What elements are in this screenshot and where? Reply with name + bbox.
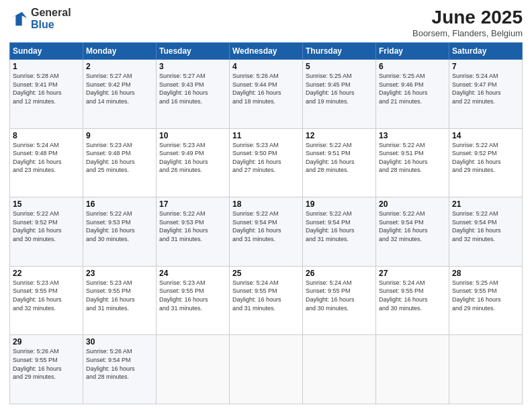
day-number: 14: [452, 131, 519, 140]
day-number: 1: [13, 62, 80, 71]
day-cell: 10Sunrise: 5:23 AM Sunset: 9:49 PM Dayli…: [157, 128, 230, 197]
day-info: Sunrise: 5:26 AM Sunset: 9:55 PM Dayligh…: [13, 347, 80, 381]
day-cell: 26Sunrise: 5:24 AM Sunset: 9:55 PM Dayli…: [303, 266, 376, 335]
day-info: Sunrise: 5:23 AM Sunset: 9:55 PM Dayligh…: [13, 279, 80, 312]
day-number: 6: [379, 62, 446, 71]
logo-general-text: General: [31, 7, 71, 19]
day-info: Sunrise: 5:24 AM Sunset: 9:48 PM Dayligh…: [13, 141, 80, 175]
day-cell: 17Sunrise: 5:22 AM Sunset: 9:53 PM Dayli…: [157, 197, 230, 267]
week-row-2: 8Sunrise: 5:24 AM Sunset: 9:48 PM Daylig…: [10, 128, 523, 197]
day-number: 28: [452, 269, 519, 278]
day-number: 20: [379, 199, 446, 209]
day-cell: 16Sunrise: 5:22 AM Sunset: 9:53 PM Dayli…: [83, 197, 157, 267]
logo-text: General Blue: [31, 7, 71, 30]
day-number: 10: [159, 131, 226, 140]
day-cell: 4Sunrise: 5:26 AM Sunset: 9:44 PM Daylig…: [230, 60, 303, 129]
day-info: Sunrise: 5:22 AM Sunset: 9:54 PM Dayligh…: [232, 210, 300, 243]
day-info: Sunrise: 5:22 AM Sunset: 9:53 PM Dayligh…: [86, 210, 153, 243]
day-number: 23: [86, 269, 153, 278]
day-number: 11: [232, 131, 300, 140]
day-number: 24: [159, 269, 226, 278]
day-number: 12: [306, 131, 373, 140]
title-block: June 2025 Boorsem, Flanders, Belgium: [412, 7, 523, 38]
day-info: Sunrise: 5:23 AM Sunset: 9:55 PM Dayligh…: [159, 279, 226, 312]
day-cell: 30Sunrise: 5:26 AM Sunset: 9:54 PM Dayli…: [83, 335, 157, 404]
day-info: Sunrise: 5:28 AM Sunset: 9:41 PM Dayligh…: [13, 72, 80, 105]
day-number: 9: [86, 131, 153, 140]
day-cell: 9Sunrise: 5:23 AM Sunset: 9:48 PM Daylig…: [83, 128, 157, 197]
day-info: Sunrise: 5:24 AM Sunset: 9:47 PM Dayligh…: [452, 72, 519, 105]
day-number: 5: [306, 62, 373, 71]
day-number: 19: [306, 199, 373, 209]
day-cell: 1Sunrise: 5:28 AM Sunset: 9:41 PM Daylig…: [10, 60, 83, 129]
day-cell: 3Sunrise: 5:27 AM Sunset: 9:43 PM Daylig…: [157, 60, 230, 129]
day-cell: 24Sunrise: 5:23 AM Sunset: 9:55 PM Dayli…: [157, 266, 230, 335]
day-cell: 21Sunrise: 5:22 AM Sunset: 9:54 PM Dayli…: [449, 197, 523, 267]
day-number: 26: [306, 269, 373, 278]
week-row-1: 1Sunrise: 5:28 AM Sunset: 9:41 PM Daylig…: [10, 60, 523, 129]
day-cell: 8Sunrise: 5:24 AM Sunset: 9:48 PM Daylig…: [10, 128, 83, 197]
day-cell: 20Sunrise: 5:22 AM Sunset: 9:54 PM Dayli…: [376, 197, 449, 267]
day-cell: 14Sunrise: 5:22 AM Sunset: 9:52 PM Dayli…: [449, 128, 523, 197]
logo-blue-text: Blue: [31, 19, 71, 31]
day-number: 3: [159, 62, 226, 71]
day-info: Sunrise: 5:22 AM Sunset: 9:54 PM Dayligh…: [379, 210, 446, 243]
day-cell: 11Sunrise: 5:23 AM Sunset: 9:50 PM Dayli…: [230, 128, 303, 197]
header-row: Sunday Monday Tuesday Wednesday Thursday…: [10, 43, 523, 60]
day-cell: 13Sunrise: 5:22 AM Sunset: 9:51 PM Dayli…: [376, 128, 449, 197]
day-info: Sunrise: 5:22 AM Sunset: 9:54 PM Dayligh…: [452, 210, 519, 243]
day-info: Sunrise: 5:25 AM Sunset: 9:45 PM Dayligh…: [306, 72, 373, 105]
calendar-table: Sunday Monday Tuesday Wednesday Thursday…: [9, 42, 523, 404]
day-cell: [376, 335, 449, 404]
day-info: Sunrise: 5:27 AM Sunset: 9:43 PM Dayligh…: [159, 72, 226, 105]
day-info: Sunrise: 5:22 AM Sunset: 9:52 PM Dayligh…: [13, 210, 80, 243]
day-cell: 12Sunrise: 5:22 AM Sunset: 9:51 PM Dayli…: [303, 128, 376, 197]
day-info: Sunrise: 5:22 AM Sunset: 9:51 PM Dayligh…: [306, 141, 373, 175]
day-cell: [157, 335, 230, 404]
main-title: June 2025: [412, 7, 523, 28]
day-cell: 27Sunrise: 5:24 AM Sunset: 9:55 PM Dayli…: [376, 266, 449, 335]
day-number: 21: [452, 199, 519, 209]
day-number: 22: [13, 269, 80, 278]
day-cell: 7Sunrise: 5:24 AM Sunset: 9:47 PM Daylig…: [449, 60, 523, 129]
svg-marker-0: [11, 11, 27, 26]
col-sunday: Sunday: [10, 43, 83, 60]
day-cell: 2Sunrise: 5:27 AM Sunset: 9:42 PM Daylig…: [83, 60, 157, 129]
day-number: 30: [86, 337, 153, 347]
day-number: 7: [452, 62, 519, 71]
col-wednesday: Wednesday: [230, 43, 303, 60]
day-number: 18: [232, 199, 300, 209]
day-info: Sunrise: 5:27 AM Sunset: 9:42 PM Dayligh…: [86, 72, 153, 105]
week-row-5: 29Sunrise: 5:26 AM Sunset: 9:55 PM Dayli…: [10, 335, 523, 404]
header: General Blue June 2025 Boorsem, Flanders…: [9, 7, 523, 38]
week-row-4: 22Sunrise: 5:23 AM Sunset: 9:55 PM Dayli…: [10, 266, 523, 335]
day-info: Sunrise: 5:22 AM Sunset: 9:52 PM Dayligh…: [452, 141, 519, 175]
day-cell: 18Sunrise: 5:22 AM Sunset: 9:54 PM Dayli…: [230, 197, 303, 267]
day-number: 2: [86, 62, 153, 71]
day-cell: [230, 335, 303, 404]
day-cell: [449, 335, 523, 404]
week-row-3: 15Sunrise: 5:22 AM Sunset: 9:52 PM Dayli…: [10, 197, 523, 267]
page: General Blue June 2025 Boorsem, Flanders…: [0, 0, 532, 411]
col-tuesday: Tuesday: [157, 43, 230, 60]
day-info: Sunrise: 5:23 AM Sunset: 9:48 PM Dayligh…: [86, 141, 153, 175]
col-monday: Monday: [83, 43, 157, 60]
day-info: Sunrise: 5:23 AM Sunset: 9:49 PM Dayligh…: [159, 141, 226, 175]
day-cell: 23Sunrise: 5:23 AM Sunset: 9:55 PM Dayli…: [83, 266, 157, 335]
day-number: 16: [86, 199, 153, 209]
day-cell: 22Sunrise: 5:23 AM Sunset: 9:55 PM Dayli…: [10, 266, 83, 335]
day-info: Sunrise: 5:24 AM Sunset: 9:55 PM Dayligh…: [232, 279, 300, 312]
day-info: Sunrise: 5:25 AM Sunset: 9:46 PM Dayligh…: [379, 72, 446, 105]
day-number: 29: [13, 337, 80, 347]
day-cell: 29Sunrise: 5:26 AM Sunset: 9:55 PM Dayli…: [10, 335, 83, 404]
day-cell: 19Sunrise: 5:22 AM Sunset: 9:54 PM Dayli…: [303, 197, 376, 267]
day-number: 4: [232, 62, 300, 71]
day-number: 15: [13, 199, 80, 209]
col-thursday: Thursday: [303, 43, 376, 60]
day-cell: 15Sunrise: 5:22 AM Sunset: 9:52 PM Dayli…: [10, 197, 83, 267]
day-info: Sunrise: 5:22 AM Sunset: 9:53 PM Dayligh…: [159, 210, 226, 243]
day-cell: [303, 335, 376, 404]
day-info: Sunrise: 5:26 AM Sunset: 9:44 PM Dayligh…: [232, 72, 300, 105]
day-info: Sunrise: 5:22 AM Sunset: 9:51 PM Dayligh…: [379, 141, 446, 175]
day-number: 17: [159, 199, 226, 209]
